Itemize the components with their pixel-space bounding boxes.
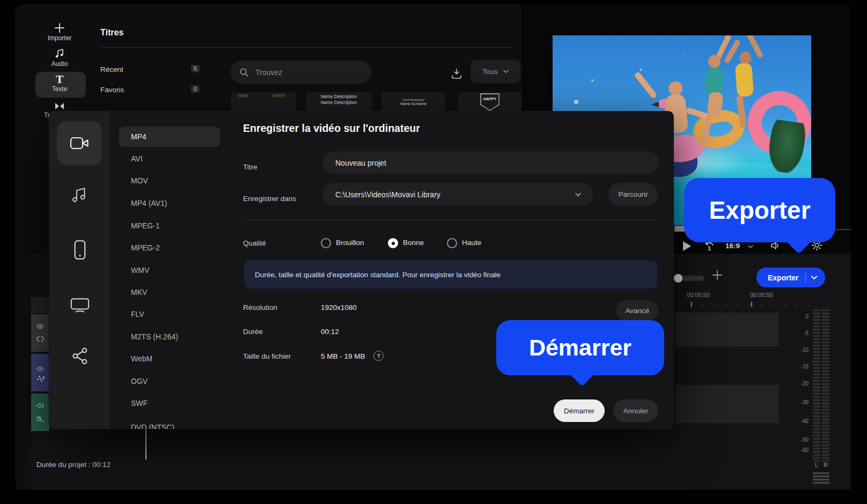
radio-draft-label[interactable]: Brouillon [336, 239, 364, 247]
radio-good-label[interactable]: Bonne [403, 239, 424, 247]
filter-dropdown[interactable]: Tous [471, 60, 520, 83]
aspect-ratio-label[interactable]: 16:9 [725, 242, 740, 250]
title-thumbnail[interactable]: Name Description Name Description [306, 92, 372, 112]
format-item[interactable]: MOV [131, 176, 148, 185]
save-path-label: Enregistrer dans [243, 195, 296, 203]
dialog-title: Enregistrer la vidéo sur l'ordinateur [243, 122, 420, 135]
video-camera-icon [70, 136, 89, 150]
photo-girl2-swimsuit [735, 63, 754, 97]
form-divider [243, 220, 659, 220]
format-item[interactable]: SWF [131, 399, 148, 407]
meter-scale-label: -40 [789, 418, 809, 424]
link-icon[interactable] [36, 336, 44, 342]
ruler-ticks[interactable] [690, 303, 819, 306]
search-input-container[interactable] [231, 61, 372, 84]
export-dialog-rail [49, 112, 110, 429]
sidebar-item-label: Texte [34, 85, 85, 93]
track-header-audio[interactable] [31, 394, 49, 431]
rail-item-mobile[interactable] [73, 239, 87, 261]
thumbnail-text: Name Description [306, 94, 372, 100]
format-item[interactable]: WebM [131, 354, 152, 363]
format-item[interactable]: AVI [131, 154, 143, 163]
thumbnail-text: Name Surname [381, 102, 445, 107]
sidebar-item-label: Audio [34, 60, 85, 68]
eye-icon[interactable] [36, 324, 44, 329]
rail-item-video[interactable] [57, 121, 102, 165]
rail-item-tv[interactable] [70, 297, 90, 314]
export-button[interactable]: Exporter [756, 268, 825, 287]
resolution-label: Résolution [243, 303, 277, 312]
radio-good[interactable] [388, 238, 398, 248]
seek-handle[interactable] [674, 226, 685, 232]
playback-speed-icon[interactable]: 1 [703, 241, 715, 253]
rail-item-audio[interactable] [71, 187, 88, 204]
eye-icon[interactable] [36, 366, 44, 372]
effects-icon[interactable] [40, 378, 41, 380]
track-header-overlay[interactable] [31, 354, 49, 391]
project-duration-label: Durée du projet : 00:12 [36, 461, 111, 469]
play-button[interactable] [683, 241, 691, 251]
browse-button[interactable]: Parcourir [608, 183, 658, 206]
filesize-label: Taille du fichier [243, 352, 291, 360]
chevron-down-icon[interactable] [575, 192, 581, 197]
title-thumbnail[interactable]: Cinematographe Name Surname [381, 92, 445, 112]
format-item[interactable]: OGV [131, 377, 148, 386]
format-item[interactable]: WMV [131, 266, 149, 275]
duration-label: Durée [243, 328, 263, 336]
cancel-button[interactable]: Annuler [613, 399, 658, 422]
title-field-input[interactable]: Nouveau projet [322, 151, 659, 174]
chevron-down-icon[interactable] [811, 276, 817, 280]
demarrer-callout: Démarrer [496, 320, 664, 375]
rail-item-share[interactable] [72, 347, 88, 365]
export-button-label: Exporter [756, 273, 799, 282]
zoom-slider-handle[interactable] [674, 274, 682, 283]
title-thumbnail[interactable]: HAPPY [458, 92, 521, 112]
add-track-icon[interactable] [711, 269, 723, 281]
category-recent[interactable]: Récent [100, 65, 123, 73]
meter-scale-label: -5 [789, 330, 809, 336]
thumbnail-art [273, 94, 285, 97]
format-item[interactable]: M2TS (H.264) [131, 332, 178, 341]
timeline-track-row[interactable] [675, 313, 779, 346]
sidebar-item-audio[interactable]: Audio [34, 48, 85, 68]
help-icon[interactable]: ? [373, 351, 384, 361]
track-header-video[interactable] [31, 314, 49, 352]
format-item[interactable]: MPEG-1 [131, 221, 160, 230]
sidebar-item-import[interactable]: Importer [34, 23, 85, 42]
download-icon[interactable] [451, 68, 462, 79]
title-thumbnail[interactable] [231, 92, 296, 112]
music-note-icon [34, 48, 85, 59]
timeline-track-row[interactable] [675, 385, 779, 423]
playhead[interactable] [145, 429, 146, 459]
search-input[interactable] [254, 68, 353, 77]
exporter-callout: Exporter [684, 178, 835, 242]
quality-label: Qualité [243, 239, 266, 247]
format-item-selected[interactable]: MP4 [119, 127, 220, 147]
save-path-value: C:\Users\Videos\Movavi Library [335, 190, 440, 199]
category-favorites[interactable]: Favoris [100, 86, 124, 94]
radio-draft[interactable] [321, 238, 331, 248]
format-item[interactable]: FLV [131, 310, 144, 318]
format-item[interactable]: MP4 (AV1) [131, 199, 167, 207]
exporter-callout-label: Exporter [709, 196, 810, 225]
sidebar-item-label: Importer [34, 34, 85, 42]
meter-scale-label: -15 [789, 364, 809, 369]
photo-flamingo-beak [651, 102, 659, 107]
save-path-dropdown[interactable]: C:\Users\Videos\Movavi Library [322, 183, 593, 206]
sidebar-item-text[interactable]: T Texte [34, 75, 85, 93]
radio-high[interactable] [447, 238, 457, 248]
speaker-muted-icon[interactable] [36, 416, 45, 423]
start-button[interactable]: Démarrer [554, 399, 605, 422]
demarrer-callout-label: Démarrer [529, 335, 631, 361]
filesize-value: 5 MB - 19 MB [321, 352, 365, 360]
format-item[interactable]: DVD (NTSC) [131, 423, 174, 429]
chevron-down-icon[interactable] [748, 245, 753, 249]
radio-high-label[interactable]: Haute [462, 239, 481, 247]
resolution-value: 1920x1080 [321, 303, 357, 312]
track-header-collapsed[interactable] [31, 297, 49, 313]
format-item[interactable]: MPEG-2 [131, 243, 160, 252]
title-divider [100, 47, 512, 48]
advanced-button[interactable]: Avancé [616, 300, 658, 321]
speaker-icon[interactable] [36, 402, 45, 409]
format-item[interactable]: MKV [131, 288, 147, 297]
